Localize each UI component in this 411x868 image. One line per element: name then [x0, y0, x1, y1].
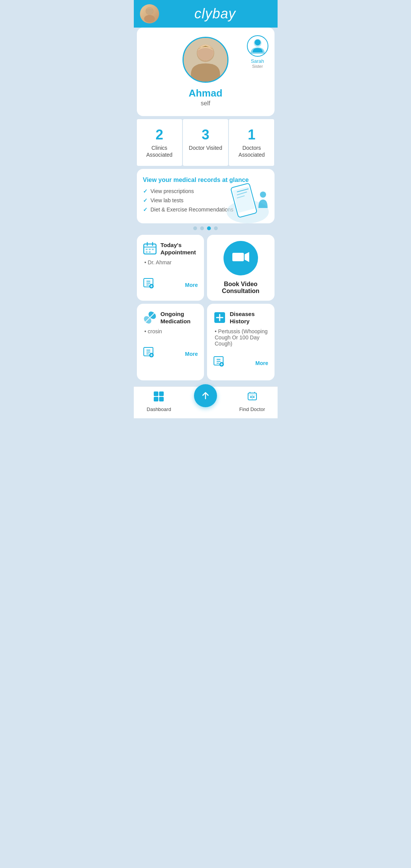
- header-avatar[interactable]: [140, 4, 159, 23]
- appointment-card[interactable]: Today's Appointment • Dr. Ahmar More: [137, 235, 204, 301]
- svg-rect-63: [253, 396, 255, 398]
- medication-item: • crosin: [143, 328, 198, 334]
- profile-card: Ahmad self Sarah Sister: [137, 28, 275, 116]
- appointment-title: Today's Appointment: [161, 241, 198, 256]
- svg-rect-23: [146, 251, 148, 253]
- check-icon-3: ✓: [143, 206, 148, 213]
- profile-avatar: [182, 37, 229, 83]
- diseases-title: Diseases History: [230, 310, 268, 325]
- doctors-visited-label: Doctor Visited: [189, 144, 222, 151]
- dashboard-icon: [153, 391, 164, 405]
- stat-doctors-visited[interactable]: 3 Doctor Visited: [183, 119, 228, 166]
- medication-card[interactable]: Ongoing Medication • crosin More: [137, 304, 204, 380]
- carousel-dots: [134, 226, 278, 230]
- nav-dashboard[interactable]: Dashboard: [143, 391, 174, 412]
- svg-rect-21: [149, 249, 151, 250]
- diseases-icon: [213, 310, 226, 325]
- related-avatar: [247, 35, 268, 57]
- stats-row: 2 Clinics Associated 3 Doctor Visited 1 …: [137, 119, 275, 166]
- stat-clinics[interactable]: 2 Clinics Associated: [137, 119, 182, 166]
- nav-find-doctor[interactable]: Find Doctor: [237, 391, 268, 412]
- appointment-more[interactable]: More: [185, 282, 198, 288]
- medication-more[interactable]: More: [185, 351, 198, 357]
- doctors-assoc-label: Doctors Associated: [232, 144, 271, 158]
- add-medication-icon[interactable]: [143, 347, 154, 360]
- video-title: Book Video Consultation: [213, 281, 268, 295]
- find-doctor-label: Find Doctor: [239, 406, 265, 412]
- diseases-item: • Pertussis (Whooping Cough Or 100 Day C…: [213, 328, 268, 347]
- medication-header: Ongoing Medication: [143, 310, 198, 325]
- upload-fab-button[interactable]: [194, 384, 217, 407]
- svg-point-15: [260, 192, 266, 198]
- dot-3[interactable]: [207, 226, 211, 230]
- profile-name: Ahmad: [189, 87, 222, 99]
- add-appointment-icon[interactable]: [143, 278, 154, 291]
- svg-rect-55: [159, 391, 164, 396]
- svg-rect-20: [146, 249, 148, 250]
- svg-rect-24: [149, 251, 151, 253]
- info-banner[interactable]: View your medical records at glance ✓ Vi…: [137, 169, 275, 223]
- related-person[interactable]: Sarah Sister: [247, 35, 268, 69]
- profile-role: self: [201, 100, 210, 107]
- check-icon-2: ✓: [143, 197, 148, 203]
- check-icon-1: ✓: [143, 188, 148, 194]
- clinics-number: 2: [156, 127, 163, 143]
- svg-rect-32: [232, 253, 244, 261]
- diseases-more[interactable]: More: [255, 360, 268, 366]
- app-title: clybay: [159, 6, 271, 22]
- bottom-nav: Dashboard Find Doctor: [134, 387, 278, 418]
- doctors-visited-number: 3: [202, 127, 209, 143]
- doctors-assoc-number: 1: [248, 127, 255, 143]
- svg-rect-56: [154, 397, 158, 401]
- calendar-icon: [143, 241, 157, 256]
- app-header: clybay: [134, 0, 278, 28]
- dot-4[interactable]: [214, 226, 218, 230]
- diseases-card[interactable]: Diseases History • Pertussis (Whooping C…: [207, 304, 275, 380]
- svg-rect-22: [152, 249, 154, 250]
- diseases-header: Diseases History: [213, 310, 268, 325]
- banner-illustration: [213, 177, 275, 223]
- dot-2[interactable]: [200, 226, 204, 230]
- add-diseases-icon[interactable]: [213, 356, 224, 369]
- svg-point-8: [255, 39, 260, 45]
- video-card[interactable]: Book Video Consultation: [207, 235, 275, 301]
- related-relation: Sister: [252, 64, 263, 69]
- medication-title: Ongoing Medication: [161, 310, 198, 325]
- dashboard-label: Dashboard: [147, 406, 171, 412]
- svg-rect-57: [159, 397, 164, 401]
- dot-1[interactable]: [193, 226, 197, 230]
- cards-grid: Today's Appointment • Dr. Ahmar More: [137, 235, 275, 380]
- svg-marker-33: [245, 252, 249, 262]
- svg-point-1: [144, 15, 155, 23]
- svg-rect-54: [154, 391, 158, 396]
- video-icon-circle: [224, 241, 258, 275]
- clinics-label: Clinics Associated: [140, 144, 179, 158]
- stat-doctors-associated[interactable]: 1 Doctors Associated: [229, 119, 274, 166]
- medication-icon: [143, 310, 157, 325]
- find-doctor-icon: [247, 391, 258, 405]
- appointment-doctor: • Dr. Ahmar: [143, 259, 198, 265]
- appointment-header: Today's Appointment: [143, 241, 198, 256]
- svg-rect-62: [250, 396, 252, 398]
- related-name: Sarah: [251, 58, 264, 64]
